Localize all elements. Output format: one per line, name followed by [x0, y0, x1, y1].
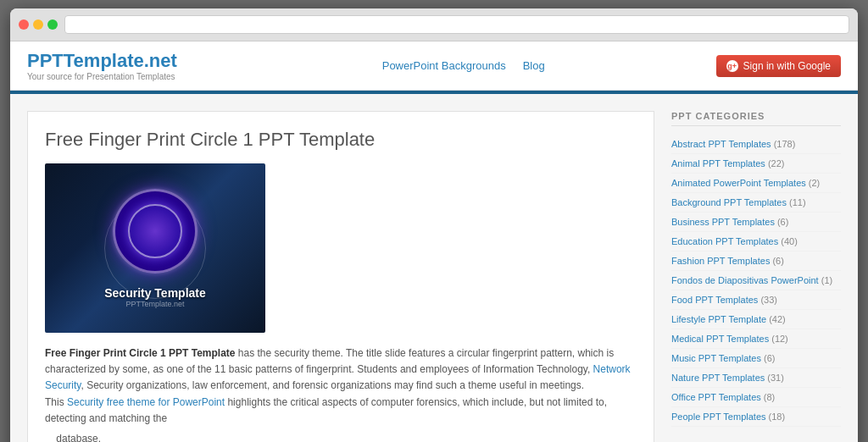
sidebar-link-music[interactable]: Music PPT Templates: [671, 353, 761, 363]
traffic-lights: [19, 19, 58, 30]
sidebar-count-abstract: (178): [774, 139, 796, 149]
sign-in-button[interactable]: g+ Sign in with Google: [716, 55, 841, 77]
nav-link-backgrounds[interactable]: PowerPoint Backgrounds: [382, 59, 506, 72]
sidebar-count-animal: (22): [768, 158, 785, 169]
site-header: PPTTemplate.net Your source for Presenta…: [10, 41, 858, 91]
sidebar-item: Medical PPT Templates (12): [671, 329, 841, 349]
sidebar-link-animal[interactable]: Animal PPT Templates: [671, 158, 765, 169]
sidebar-link-medical[interactable]: Medical PPT Templates: [671, 334, 769, 344]
template-image: Security Template PPTTemplate.net: [45, 163, 265, 333]
sidebar-item: Education PPT Templates (40): [671, 232, 841, 251]
sidebar-count-animated: (2): [809, 178, 820, 188]
sidebar-item: People PPT Templates (18): [671, 407, 841, 427]
sidebar-item: Music PPT Templates (6): [671, 349, 841, 368]
logo-title: PPTTemplate.net: [27, 50, 177, 72]
browser-window: PPTTemplate.net Your source for Presenta…: [10, 8, 858, 442]
sidebar-count-office: (8): [764, 392, 775, 402]
sidebar-item: Nature PPT Templates (31): [671, 368, 841, 388]
sidebar-item: Background PPT Templates (11): [671, 193, 841, 213]
sidebar: PPT CATEGORIES Abstract PPT Templates (1…: [671, 111, 841, 442]
sidebar-link-nature[interactable]: Nature PPT Templates: [671, 373, 765, 383]
sidebar-link-fashion[interactable]: Fashion PPT Templates: [671, 256, 770, 266]
sidebar-link-office[interactable]: Office PPT Templates: [671, 392, 761, 402]
sidebar-count-medical: (12): [771, 334, 788, 344]
header-middle: PowerPoint Backgrounds Blog: [348, 59, 545, 72]
sidebar-count-music: (6): [764, 353, 775, 363]
fingerprint-visual: [113, 189, 198, 273]
sidebar-item: Business PPT Templates (6): [671, 213, 841, 232]
article-link-security-theme[interactable]: Security free theme for PowerPoint: [67, 396, 225, 408]
sidebar-count-nature: (31): [767, 373, 784, 383]
logo-subtitle: Your source for Presentation Templates: [27, 72, 177, 81]
logo-part2: Template.net: [64, 50, 177, 71]
sidebar-link-animated[interactable]: Animated PowerPoint Templates: [671, 178, 806, 188]
sidebar-item: Food PPT Templates (33): [671, 290, 841, 310]
sidebar-item: Abstract PPT Templates (178): [671, 135, 841, 154]
maximize-button-icon[interactable]: [47, 19, 58, 30]
nav-links: PowerPoint Backgrounds Blog: [382, 59, 545, 72]
article-body: Free Finger Print Circle 1 PPT Template …: [45, 345, 637, 442]
page-content: Free Finger Print Circle 1 PPT Template …: [10, 94, 858, 442]
sidebar-link-business[interactable]: Business PPT Templates: [671, 217, 775, 227]
logo-part1: PPT: [27, 50, 64, 71]
sidebar-count-fashion: (6): [772, 256, 783, 266]
sidebar-count-background: (11): [789, 197, 806, 207]
sidebar-link-fondos[interactable]: Fondos de Diapositivas PowerPoint: [671, 275, 819, 285]
article-title: Free Finger Print Circle 1 PPT Template: [45, 129, 637, 151]
url-bar[interactable]: [64, 15, 849, 34]
sidebar-item: Fashion PPT Templates (6): [671, 251, 841, 271]
sidebar-count-food: (33): [760, 295, 777, 305]
sidebar-item: Lifestyle PPT Template (42): [671, 310, 841, 329]
sidebar-item: Animated PowerPoint Templates (2): [671, 174, 841, 193]
header-right: g+ Sign in with Google: [716, 55, 841, 77]
nav-link-blog[interactable]: Blog: [523, 59, 545, 72]
template-image-url: PPTTemplate.net: [125, 300, 184, 308]
sidebar-title: PPT CATEGORIES: [671, 111, 841, 126]
sidebar-item: Fondos de Diapositivas PowerPoint (1): [671, 271, 841, 290]
sidebar-count-fondos: (1): [821, 275, 832, 285]
sidebar-link-lifestyle[interactable]: Lifestyle PPT Template: [671, 314, 766, 324]
sidebar-link-education[interactable]: Education PPT Templates: [671, 236, 778, 246]
logo-area: PPTTemplate.net Your source for Presenta…: [27, 50, 177, 81]
sidebar-link-background[interactable]: Background PPT Templates: [671, 197, 787, 207]
google-icon: g+: [726, 60, 738, 72]
main-content: Free Finger Print Circle 1 PPT Template …: [27, 111, 654, 442]
article-body-bold: Free Finger Print Circle 1 PPT Template: [45, 347, 236, 359]
sidebar-link-people[interactable]: People PPT Templates: [671, 412, 766, 422]
minimize-button-icon[interactable]: [33, 19, 43, 30]
sidebar-count-education: (40): [781, 236, 798, 246]
close-button-icon[interactable]: [19, 19, 29, 30]
sidebar-link-food[interactable]: Food PPT Templates: [671, 295, 758, 305]
sidebar-count-business: (6): [777, 217, 788, 227]
sign-in-label: Sign in with Google: [743, 60, 831, 72]
browser-chrome: [10, 8, 858, 41]
sidebar-link-abstract[interactable]: Abstract PPT Templates: [671, 139, 771, 149]
sidebar-item: Office PPT Templates (8): [671, 388, 841, 407]
sidebar-count-lifestyle: (42): [769, 314, 786, 324]
sidebar-item: Animal PPT Templates (22): [671, 154, 841, 174]
article-body-text5: database.: [53, 433, 101, 442]
sidebar-count-people: (18): [769, 412, 786, 422]
